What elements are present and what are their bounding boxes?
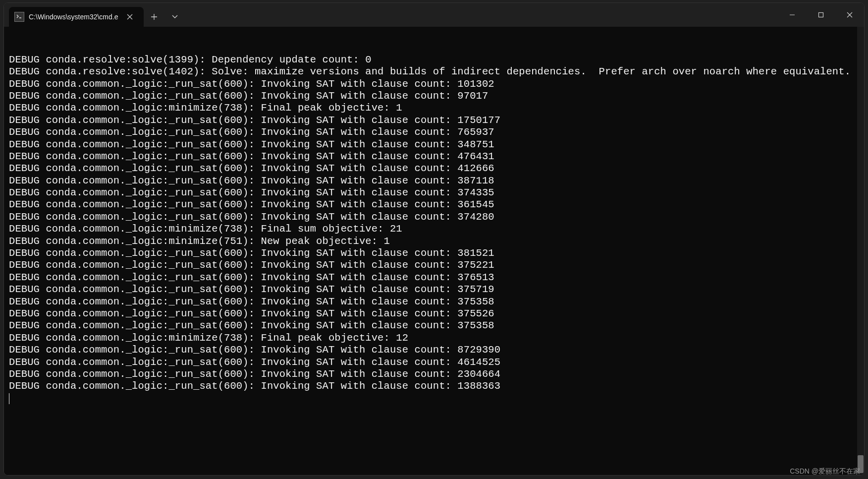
minimize-icon <box>789 12 795 18</box>
cursor <box>9 393 9 404</box>
chevron-down-icon <box>172 15 178 19</box>
tab-title: C:\Windows\system32\cmd.e <box>29 13 118 21</box>
close-icon <box>847 12 853 18</box>
terminal-window: C:\Windows\system32\cmd.e <box>4 3 864 475</box>
watermark: CSDN @爱丽丝不在家 <box>790 467 860 476</box>
tabs-row: C:\Windows\system32\cmd.e <box>4 3 778 27</box>
svg-rect-6 <box>819 13 823 17</box>
tab-close-button[interactable] <box>123 10 137 24</box>
minimize-button[interactable] <box>778 3 807 27</box>
scrollbar-track[interactable] <box>857 27 864 475</box>
terminal-output[interactable]: DEBUG conda.resolve:solve(1399): Depende… <box>4 27 864 475</box>
cmd-icon <box>15 12 24 21</box>
window-close-button[interactable] <box>835 3 864 27</box>
window-controls <box>778 3 864 27</box>
titlebar: C:\Windows\system32\cmd.e <box>4 3 864 27</box>
close-icon <box>127 14 133 20</box>
tab-active[interactable]: C:\Windows\system32\cmd.e <box>9 7 144 27</box>
tab-dropdown-button[interactable] <box>164 7 185 27</box>
plus-icon <box>151 13 158 20</box>
maximize-icon <box>818 12 824 18</box>
maximize-button[interactable] <box>807 3 835 27</box>
new-tab-button[interactable] <box>144 7 164 27</box>
terminal-text: DEBUG conda.resolve:solve(1399): Depende… <box>9 54 859 393</box>
